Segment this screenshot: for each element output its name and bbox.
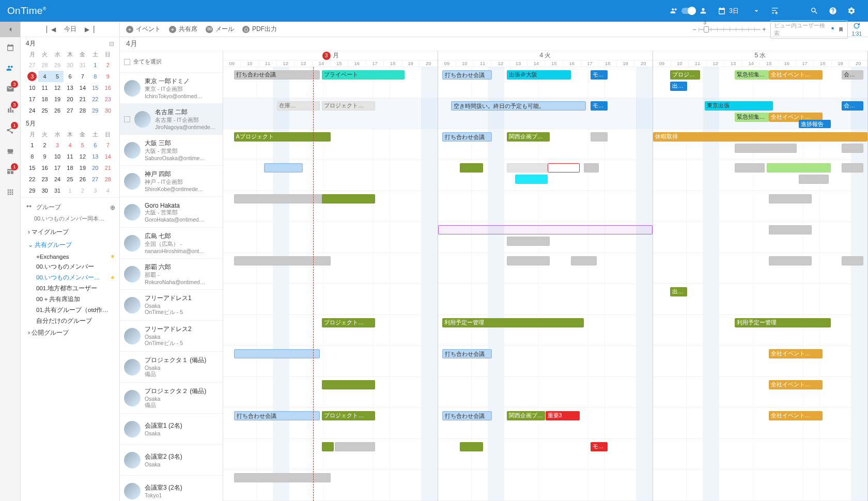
timeline-row[interactable]: 休暇取得	[653, 129, 867, 160]
timeline-row[interactable]: 在庫…プロジェクト…	[223, 98, 438, 129]
cal-day[interactable]: 15	[89, 82, 101, 93]
cal-day[interactable]: 26	[76, 174, 89, 185]
event[interactable]	[591, 132, 608, 142]
cal-day[interactable]: 21	[76, 93, 89, 105]
event[interactable]	[507, 256, 550, 265]
event[interactable]: 進捗報告	[799, 120, 831, 128]
event[interactable]	[548, 163, 580, 173]
timeline-row[interactable]	[438, 253, 653, 284]
event[interactable]	[842, 163, 863, 173]
event[interactable]	[842, 256, 863, 265]
timeline-row[interactable]	[223, 191, 438, 222]
event[interactable]: 打ち合わせ会議	[442, 70, 491, 80]
user-row[interactable]: 那覇 六郎那覇 -RokuroNaha@ontimed…	[120, 259, 223, 290]
cal-day[interactable]: 15	[26, 162, 38, 174]
timeline-row[interactable]: プロジェ…出…緊急招集…全社イベント…会…	[653, 67, 867, 98]
add-event-button[interactable]: +イベント	[126, 25, 161, 34]
timeline-row[interactable]	[438, 160, 653, 191]
timeline-row[interactable]: 空き時間扱い。終日の予定も可能。モ…	[438, 98, 653, 129]
cal-day[interactable]: 27	[64, 105, 76, 116]
event[interactable]	[769, 256, 812, 265]
timeline-row[interactable]: Aプロジェクト	[223, 129, 438, 160]
user-row[interactable]: Goro Hakata大阪 - 営業部GoroHakata@ontimed…	[120, 197, 223, 228]
timeline-row[interactable]	[223, 160, 438, 191]
event[interactable]	[264, 163, 303, 173]
cal-day[interactable]: 23	[38, 174, 51, 185]
timeline-row[interactable]: プロジェクト…	[223, 315, 438, 346]
cal-day[interactable]: 4	[102, 185, 114, 196]
event[interactable]	[335, 442, 375, 451]
event[interactable]	[322, 380, 375, 389]
cal-day[interactable]: 13	[64, 82, 76, 93]
event[interactable]: 打ち合わせ会議	[442, 349, 491, 358]
event[interactable]: 休暇取得	[653, 132, 867, 142]
cal-day[interactable]: 24	[51, 174, 64, 185]
nav-mail[interactable]: 3	[0, 79, 20, 99]
cal-day[interactable]: 27	[89, 174, 101, 185]
user-row[interactable]: 会議室1 (2名)Osaka	[120, 414, 223, 445]
event[interactable]: 打ち合わせ会議	[442, 132, 491, 142]
cal-day[interactable]: 22	[26, 174, 38, 185]
select-all[interactable]: 全てを選択	[120, 51, 223, 73]
help-button[interactable]	[824, 0, 842, 22]
cal-day[interactable]: 5	[51, 71, 64, 82]
timeline-row[interactable]: 利用予定ー管理	[438, 315, 653, 346]
timeline-row[interactable]: モ…	[438, 439, 653, 470]
event[interactable]: 全社イベント…	[769, 349, 823, 358]
cal-day[interactable]: 30	[64, 59, 76, 71]
timeline-row[interactable]	[223, 470, 438, 501]
user-row[interactable]: 会議室2 (3名)Osaka	[120, 445, 223, 476]
timeline-row[interactable]	[223, 253, 438, 284]
event[interactable]: 会…	[842, 101, 863, 111]
timeline-row[interactable]: 打ち合わせ会議関西企画プ…	[438, 129, 653, 160]
event[interactable]	[438, 225, 653, 234]
timeline-row[interactable]	[653, 222, 867, 253]
timeline-row[interactable]	[438, 284, 653, 315]
cal-day[interactable]: 12	[51, 82, 64, 93]
timeline-row[interactable]	[653, 160, 867, 191]
timeline-row[interactable]: 全社イベント…	[653, 346, 867, 377]
timeline-row[interactable]	[438, 470, 653, 501]
event[interactable]	[507, 237, 550, 246]
group-leaf[interactable]: 00.いつものメンバー…★	[25, 272, 115, 283]
cal-day[interactable]: 7	[76, 71, 89, 82]
group-leaf[interactable]: 01.共有グループ（otd作…	[25, 305, 115, 316]
cal-day[interactable]: 21	[102, 162, 114, 174]
cal-day[interactable]: 20	[89, 162, 101, 174]
cal-day[interactable]: 28	[102, 174, 114, 185]
cal-day[interactable]: 8	[26, 151, 38, 162]
event[interactable]	[769, 194, 812, 203]
cal-day[interactable]: 9	[102, 71, 114, 82]
cal-day[interactable]: 26	[51, 105, 64, 116]
event[interactable]: 利用予定ー管理	[442, 318, 584, 327]
cal-day[interactable]: 8	[89, 71, 101, 82]
timeline-row[interactable]	[653, 439, 867, 470]
event[interactable]: プロジェクト…	[322, 411, 375, 420]
today-button[interactable]: 今日	[64, 25, 76, 34]
timeline-row[interactable]: 打ち合わせ会議	[438, 346, 653, 377]
tree-mygroup[interactable]: › マイグループ	[25, 226, 115, 239]
event[interactable]: 打ち合わせ会議	[234, 411, 320, 420]
timeline-row[interactable]	[653, 253, 867, 284]
cal-day[interactable]: 2	[76, 185, 89, 196]
group-leaf[interactable]: 00.いつものメンバー	[25, 261, 115, 272]
cal-day[interactable]: 22	[89, 93, 101, 105]
cal-day[interactable]: 28	[76, 105, 89, 116]
event[interactable]: プロジェクト…	[322, 318, 375, 327]
cal-day[interactable]: 1	[89, 59, 101, 71]
add-group-button[interactable]: ⊕	[110, 204, 115, 211]
cal-day[interactable]: 17	[51, 162, 64, 174]
timeline-row[interactable]	[438, 377, 653, 408]
event[interactable]: モ…	[591, 442, 608, 451]
event[interactable]	[584, 163, 599, 173]
event[interactable]	[769, 225, 812, 234]
user-row[interactable]: 会議室3 (2名)Tokyo1	[120, 476, 223, 501]
cal-day[interactable]: 30	[102, 105, 114, 116]
event[interactable]: 打ち合わせ会議	[234, 70, 320, 80]
cal-day[interactable]: 2	[38, 139, 51, 151]
gear-button[interactable]	[842, 0, 861, 22]
event[interactable]: 全社イベント…	[769, 411, 823, 420]
event[interactable]	[799, 175, 829, 184]
cal-day[interactable]: 24	[26, 105, 38, 116]
event[interactable]: 利用予定ー管理	[735, 318, 831, 327]
